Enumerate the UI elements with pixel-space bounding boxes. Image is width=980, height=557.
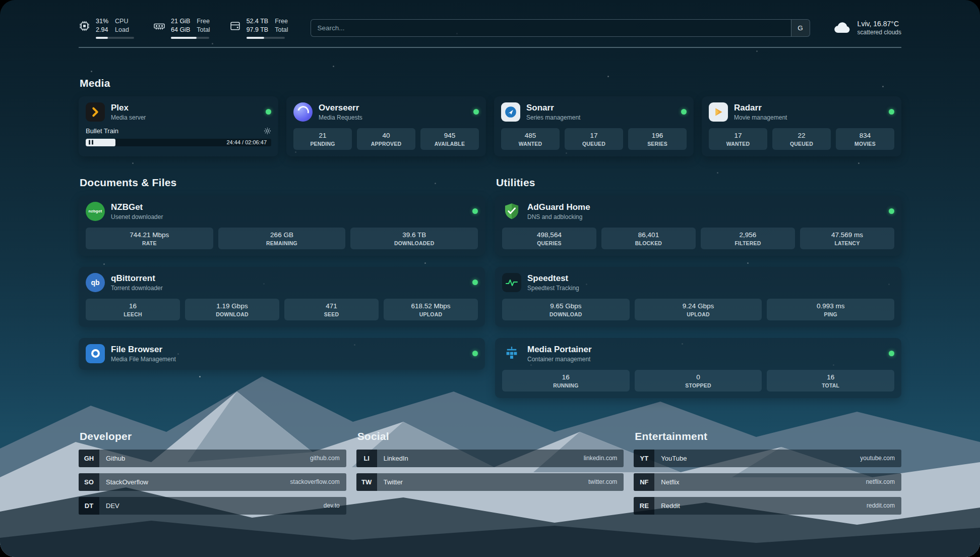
service-title: AdGuard Home	[527, 202, 590, 212]
bookmark-twitter[interactable]: TW Twitter twitter.com	[356, 473, 624, 491]
radarr-icon	[709, 102, 728, 122]
stat-tile: 86,401 BLOCKED	[601, 228, 696, 249]
section-title-developer: Developer	[80, 430, 346, 442]
disk-total: 97.9 TB	[247, 26, 269, 34]
bookmark-abbr: GH	[79, 450, 99, 467]
service-card-speedtest[interactable]: Speedtest Speedtest Tracking 9.65 Gbps D…	[495, 267, 901, 327]
playback-progress-bar[interactable]: 24:44 / 02:06:47	[86, 139, 271, 146]
service-title: Overseerr	[319, 103, 362, 113]
bookmark-abbr: TW	[356, 473, 377, 491]
bookmark-youtube[interactable]: YT YouTube youtube.com	[634, 450, 901, 467]
bookmark-name: DEV	[99, 497, 324, 515]
section-utilities: Utilities	[495, 177, 901, 398]
service-subtitle: Usenet downloader	[111, 213, 163, 220]
bookmark-url: github.com	[310, 450, 346, 467]
bookmark-github[interactable]: GH Github github.com	[79, 450, 346, 467]
settings-gear-icon[interactable]	[264, 127, 271, 135]
section-title-utilities: Utilities	[496, 177, 901, 189]
ram-total: 64 GiB	[171, 26, 190, 34]
status-online-dot	[473, 109, 479, 115]
search-input[interactable]	[311, 20, 791, 36]
bookmark-name: Netflix	[654, 473, 866, 491]
service-card-qbittorrent[interactable]: qb qBittorrent Torrent downloader 16	[79, 267, 485, 327]
status-online-dot	[889, 109, 894, 115]
sonarr-icon	[501, 102, 520, 122]
stat-tile: 834 MOVIES	[836, 128, 894, 150]
weather-location-temp: Lviv, 16.87°C	[858, 20, 901, 28]
disk-meter	[247, 37, 285, 39]
section-documents: Documents & Files nzbget NZBGet Usenet d…	[79, 177, 485, 398]
stat-tile: 17 QUEUED	[565, 128, 623, 150]
service-subtitle: Speedtest Tracking	[527, 285, 579, 292]
disk-free: 52.4 TB	[247, 17, 269, 26]
service-card-sonarr[interactable]: Sonarr Series management 485 WANTED 17 Q…	[494, 96, 694, 156]
section-entertainment: Entertainment YT YouTube youtube.com NF …	[634, 430, 901, 521]
pause-icon[interactable]	[89, 140, 93, 145]
bookmark-name: Github	[99, 450, 310, 467]
ram-label-bottom: Total	[197, 26, 210, 34]
bookmark-reddit[interactable]: RE Reddit reddit.com	[634, 497, 901, 515]
service-card-nzbget[interactable]: nzbget NZBGet Usenet downloader 744.21 M…	[79, 196, 485, 256]
weather-widget: Lviv, 16.87°C scattered clouds	[833, 20, 901, 36]
service-card-overseerr[interactable]: Overseerr Media Requests 21 PENDING 40 A…	[286, 96, 486, 156]
topbar: 31% 2.94 CPU Load	[79, 17, 901, 39]
overseerr-icon	[293, 102, 313, 122]
bookmark-dev[interactable]: DT DEV dev.to	[79, 497, 346, 515]
status-online-dot	[472, 351, 478, 356]
stat-tile: 21 PENDING	[293, 128, 352, 150]
bookmark-netflix[interactable]: NF Netflix netflix.com	[634, 473, 901, 491]
stat-tile: 40 APPROVED	[357, 128, 415, 150]
cpu-percent: 31%	[96, 17, 108, 26]
stat-tile: 1.19 Gbps DOWNLOAD	[185, 299, 279, 320]
bookmark-url: twitter.com	[588, 473, 624, 491]
service-card-portainer[interactable]: Media Portainer Container management 16 …	[495, 338, 901, 398]
status-online-dot	[472, 208, 478, 214]
stat-tile: 9.24 Gbps UPLOAD	[635, 299, 762, 320]
service-card-plex[interactable]: Plex Media server Bullet Train	[79, 96, 278, 156]
section-title-media: Media	[80, 77, 901, 89]
section-title-entertainment: Entertainment	[635, 430, 901, 442]
disk-label-bottom: Total	[275, 26, 288, 34]
weather-condition: scattered clouds	[858, 29, 901, 36]
service-title: Speedtest	[527, 273, 579, 284]
nzbget-icon: nzbget	[86, 202, 105, 221]
section-media: Media Plex Media server	[79, 77, 901, 156]
service-title: Sonarr	[526, 103, 580, 113]
stat-tile: 471 SEED	[284, 299, 379, 320]
stat-tile: 22 QUEUED	[772, 128, 831, 150]
service-card-radarr[interactable]: Radarr Movie management 17 WANTED 22 QUE…	[702, 96, 901, 156]
stat-tile: 9.65 Gbps DOWNLOAD	[502, 299, 630, 320]
cpu-widget: 31% 2.94 CPU Load	[79, 17, 134, 39]
service-subtitle: Series management	[526, 114, 580, 121]
status-online-dot	[266, 109, 271, 115]
disk-label-top: Free	[275, 17, 288, 26]
stat-tile: 618.52 Mbps UPLOAD	[384, 299, 478, 320]
stat-tile: 485 WANTED	[501, 128, 560, 150]
stat-tile: 17 WANTED	[709, 128, 767, 150]
disk-icon	[229, 20, 241, 32]
bookmark-abbr: RE	[634, 497, 654, 515]
filebrowser-icon	[86, 344, 105, 363]
service-subtitle: Media Requests	[319, 114, 362, 121]
service-subtitle: Container management	[527, 356, 592, 363]
search-provider-button[interactable]: G	[791, 20, 810, 36]
bookmark-url: netflix.com	[866, 473, 901, 491]
bookmark-name: Twitter	[377, 473, 588, 491]
playback-time: 24:44 / 02:06:47	[226, 139, 267, 145]
stat-tile: 39.6 TB DOWNLOADED	[350, 228, 478, 249]
stat-tile: 16 RUNNING	[502, 370, 630, 392]
section-developer: Developer GH Github github.com SO StackO…	[79, 430, 346, 521]
service-card-filebrowser[interactable]: File Browser Media File Management	[79, 338, 485, 370]
service-title: Plex	[111, 103, 146, 113]
bookmark-url: linkedin.com	[584, 450, 624, 467]
bookmark-linkedin[interactable]: LI LinkedIn linkedin.com	[356, 450, 624, 467]
ram-meter	[171, 37, 209, 39]
bookmark-stackoverflow[interactable]: SO StackOverflow stackoverflow.com	[79, 473, 346, 491]
bookmark-abbr: SO	[79, 473, 99, 491]
bookmark-url: stackoverflow.com	[290, 473, 346, 491]
stat-tile: 0.993 ms PING	[767, 299, 894, 320]
service-subtitle: DNS and adblocking	[527, 213, 590, 220]
service-card-adguard[interactable]: AdGuard Home DNS and adblocking 498,564 …	[495, 196, 901, 256]
stat-tile: 2,956 FILTERED	[701, 228, 795, 249]
ram-icon	[153, 20, 165, 32]
